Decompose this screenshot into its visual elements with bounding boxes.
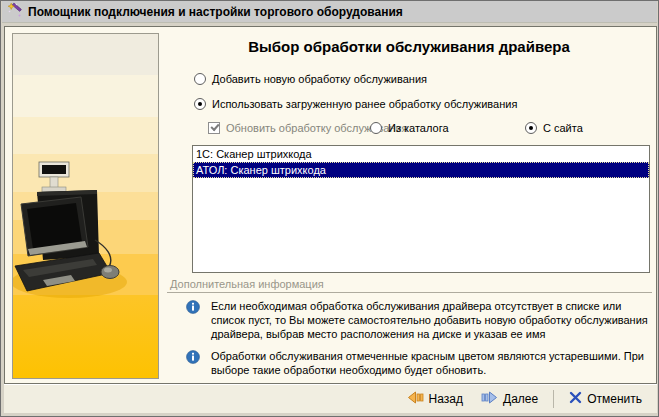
cancel-button[interactable]: Отменить xyxy=(562,387,649,411)
radio-add-new[interactable]: Добавить новую обработку обслуживания xyxy=(194,73,427,85)
radio-add-new-circle[interactable] xyxy=(194,73,206,85)
magic-wand-icon xyxy=(7,2,23,22)
radio-from-catalog[interactable]: Из каталога xyxy=(370,122,449,134)
sidebar-illustration xyxy=(12,33,159,379)
radio-add-new-label: Добавить новую обработку обслуживания xyxy=(212,73,427,85)
cancel-button-label: Отменить xyxy=(587,392,642,406)
page-title: Выбор обработки обслуживания драйвера xyxy=(164,38,654,55)
main-panel: Выбор обработки обслуживания драйвера До… xyxy=(4,26,657,384)
footer-toolbar: Назад Далее Отменить xyxy=(4,384,657,413)
orange-arrow-left-icon xyxy=(407,391,424,407)
info-circle-icon xyxy=(186,350,200,377)
next-button-label: Далее xyxy=(503,392,538,406)
blue-arrow-right-icon xyxy=(481,391,498,407)
radio-use-loaded-circle[interactable] xyxy=(194,98,206,110)
info-note-2: Обработки обслуживания отмеченные красны… xyxy=(186,349,653,377)
radio-use-loaded[interactable]: Использовать загруженную ранее обработку… xyxy=(194,98,517,110)
info-note-1: Если необходимая обработка обслуживания … xyxy=(186,299,653,341)
section-divider xyxy=(167,292,652,293)
radio-from-site[interactable]: С сайта xyxy=(525,122,583,134)
next-button[interactable]: Далее xyxy=(474,387,545,411)
radio-from-catalog-circle[interactable] xyxy=(370,122,382,134)
back-button[interactable]: Назад xyxy=(400,387,470,411)
titlebar: Помощник подключения и настройки торгово… xyxy=(2,1,657,23)
footer-separator xyxy=(553,390,554,408)
checkbox-update[interactable] xyxy=(208,122,220,134)
list-item-selected[interactable]: АТОЛ: Сканер штрихкода xyxy=(193,162,649,178)
back-button-label: Назад xyxy=(429,392,463,406)
radio-from-site-label: С сайта xyxy=(543,122,583,134)
list-item[interactable]: 1С: Сканер штрихкода xyxy=(193,146,649,162)
driver-listbox[interactable]: 1С: Сканер штрихкода АТОЛ: Сканер штрихк… xyxy=(192,145,650,273)
radio-from-catalog-label: Из каталога xyxy=(388,122,449,134)
blue-x-icon xyxy=(569,391,582,407)
radio-from-site-circle[interactable] xyxy=(525,122,537,134)
info-note-1-text: Если необходимая обработка обслуживания … xyxy=(211,299,653,341)
radio-use-loaded-label: Использовать загруженную ранее обработку… xyxy=(212,98,517,110)
pos-computer-image xyxy=(13,34,159,378)
additional-info-title: Дополнительная информация xyxy=(170,278,324,290)
window-title: Помощник подключения и настройки торгово… xyxy=(28,5,403,19)
wizard-window: Помощник подключения и настройки торгово… xyxy=(0,0,659,417)
info-note-2-text: Обработки обслуживания отмеченные красны… xyxy=(211,349,653,377)
info-circle-icon xyxy=(186,300,200,341)
